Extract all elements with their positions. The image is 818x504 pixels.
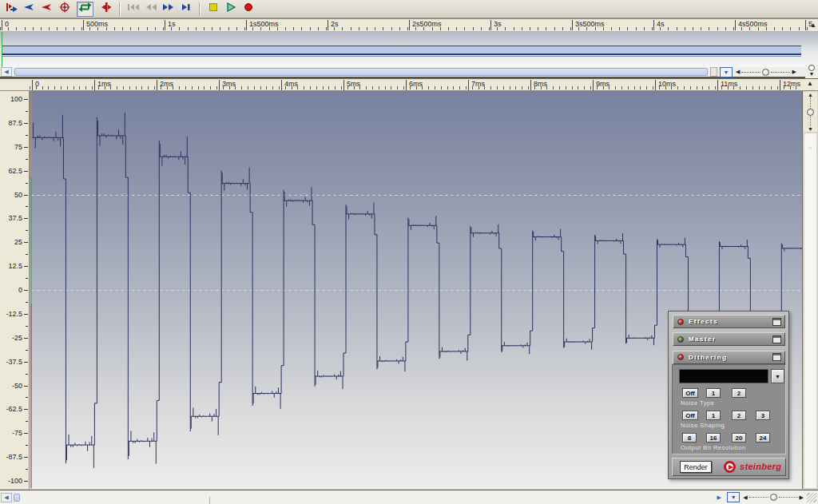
toolbar-button-loop[interactable] <box>77 2 93 17</box>
overview-waveform-band <box>2 46 801 55</box>
amplitude-major-tick <box>24 457 28 458</box>
master-section-panel: ▼ Off12Noise TypeOff123Noise Shaping8162… <box>668 311 789 479</box>
zoom-knob[interactable] <box>762 69 769 76</box>
zoom-knob[interactable] <box>770 494 777 501</box>
scrollbar-thumb[interactable] <box>14 494 20 502</box>
slider-track[interactable] <box>810 97 811 109</box>
toolbar-separator <box>199 2 201 16</box>
arrow-down-icon[interactable]: ▼ <box>809 71 815 77</box>
dither-option-1[interactable]: 1 <box>706 388 721 398</box>
amplitude-major-tick <box>24 409 28 410</box>
dither-option-2[interactable]: 2 <box>732 388 746 398</box>
arrow-right-icon[interactable]: ▶ <box>800 494 804 501</box>
main-time-ruler[interactable]: 01ms2ms3ms4ms5ms6ms7ms8ms9ms10ms11ms12ms <box>0 78 818 91</box>
amplitude-minor-tick <box>26 350 28 351</box>
arrow-left-icon[interactable]: ◀ <box>736 69 740 75</box>
window-icon[interactable] <box>772 353 781 361</box>
toolbar-button-stop[interactable] <box>204 2 221 17</box>
slider-track[interactable] <box>810 116 811 127</box>
wave-right-border <box>802 91 803 489</box>
toolbar-button-cursor-dart-blue[interactable] <box>21 2 38 17</box>
arrow-left-icon[interactable]: ◀ <box>743 494 747 501</box>
toolbar-button-fast-forward[interactable] <box>160 2 177 17</box>
time-ruler-label: 1ms <box>94 80 111 90</box>
arrow-down-icon[interactable]: ▼ <box>808 126 813 132</box>
dither-option-off[interactable]: Off <box>682 411 698 420</box>
scroll-left-button[interactable]: ◀ <box>1 67 12 77</box>
bottom-scrollbar[interactable]: ◀▶▼◀▶ <box>0 490 818 504</box>
slider-track[interactable] <box>749 497 768 498</box>
scroll-left-button[interactable]: ◀ <box>1 493 12 502</box>
chevron-up-icon: ⌃ <box>808 146 813 153</box>
dither-option-24[interactable]: 24 <box>756 433 770 442</box>
toolbar-button-go-end[interactable] <box>177 2 194 17</box>
overview-ruler-label: 3s500ms <box>572 20 605 30</box>
window-icon[interactable] <box>772 318 781 326</box>
section-header-effects[interactable]: Effects <box>673 315 785 328</box>
led-indicator[interactable] <box>677 354 684 360</box>
toolbar-button-target-marker[interactable] <box>56 2 73 17</box>
overview-time-ruler[interactable]: 0500ms1s1s500ms2s2s500ms3s3s500ms4s4s500… <box>0 18 818 32</box>
overview-vertical-zoom-widget[interactable]: ▼ <box>805 65 818 78</box>
arrow-right-icon[interactable]: ▶ <box>792 69 796 75</box>
overview-ruler-label: 1s500ms <box>246 20 279 30</box>
steinberg-logo-icon <box>724 461 736 473</box>
dither-option-off[interactable]: Off <box>682 388 698 398</box>
led-indicator[interactable] <box>677 336 684 343</box>
slider-track[interactable] <box>741 72 760 73</box>
amplitude-label: -25 <box>12 334 22 342</box>
overview-waveform[interactable] <box>0 32 818 67</box>
section-header-dithering[interactable]: Dithering <box>673 351 785 364</box>
amplitude-ruler[interactable]: 10087.57562.55037.52512.50-12.5-25-37.5-… <box>0 91 30 489</box>
resize-grip[interactable] <box>807 493 816 502</box>
dither-option-8[interactable]: 8 <box>682 433 697 442</box>
toolbar-button-cursor-dart-red[interactable] <box>38 2 55 17</box>
dither-option-20[interactable]: 20 <box>732 433 746 442</box>
dither-row-label: Output Bit Resolution <box>681 444 745 451</box>
toolbar-button-marker-play[interactable] <box>3 2 20 17</box>
scroll-right-button[interactable]: ▶ <box>713 493 725 502</box>
amplitude-minor-tick <box>26 469 28 470</box>
led-indicator[interactable] <box>677 319 684 325</box>
drop-marker-icon <box>100 2 113 16</box>
time-ruler-label: 2ms <box>157 80 173 90</box>
zoom-preset-dropdown[interactable]: ▼ <box>720 67 733 77</box>
zoom-knob[interactable] <box>807 109 814 116</box>
render-button[interactable]: Render <box>680 461 712 473</box>
toolbar-button-drop-marker[interactable] <box>97 2 114 17</box>
dither-dropdown-button[interactable]: ▼ <box>771 369 784 383</box>
toolbar-button-play[interactable] <box>222 2 239 17</box>
toolbar-button-rewind[interactable] <box>142 2 159 17</box>
amplitude-major-tick <box>24 433 28 434</box>
zoom-slider[interactable]: ◀▶ <box>743 494 804 501</box>
toolbar-button-record[interactable] <box>240 2 256 17</box>
toolbar <box>0 0 818 18</box>
dither-option-2[interactable]: 2 <box>732 411 746 420</box>
zoom-slider[interactable]: ◀▶ <box>736 69 796 76</box>
arrow-up-icon[interactable]: ▲ <box>810 22 816 29</box>
vertical-zoom-slider[interactable]: ▲ ▼ <box>804 92 817 132</box>
dither-option-3[interactable]: 3 <box>756 411 770 420</box>
vertical-scrollbar[interactable]: ⌃ <box>804 133 817 489</box>
pane-splitter-notch[interactable] <box>209 497 210 504</box>
dither-plugin-display[interactable] <box>679 369 768 383</box>
slider-track[interactable] <box>779 497 798 498</box>
splitter-handle[interactable] <box>710 67 717 77</box>
panel-footer: Render steinberg <box>672 458 786 476</box>
toolbar-button-go-start[interactable] <box>125 2 141 17</box>
arrow-up-icon[interactable]: ▲ <box>808 92 813 97</box>
section-title: Effects <box>689 318 772 325</box>
window-icon[interactable] <box>772 335 781 343</box>
zoom-knob[interactable] <box>808 65 815 71</box>
dither-option-16[interactable]: 16 <box>706 433 721 442</box>
dither-option-1[interactable]: 1 <box>706 411 721 420</box>
arrow-up-icon[interactable]: ▲ <box>807 80 813 87</box>
slider-track[interactable] <box>771 72 790 73</box>
section-header-master[interactable]: Master <box>673 332 785 346</box>
amplitude-minor-tick <box>26 254 28 255</box>
scrollbar-thumb[interactable] <box>14 68 708 76</box>
overview-horizontal-scrollbar[interactable]: ◀▼◀▶ <box>0 67 818 78</box>
amplitude-minor-tick <box>26 206 28 207</box>
amplitude-minor-tick <box>26 135 28 136</box>
zoom-preset-dropdown[interactable]: ▼ <box>727 492 740 502</box>
